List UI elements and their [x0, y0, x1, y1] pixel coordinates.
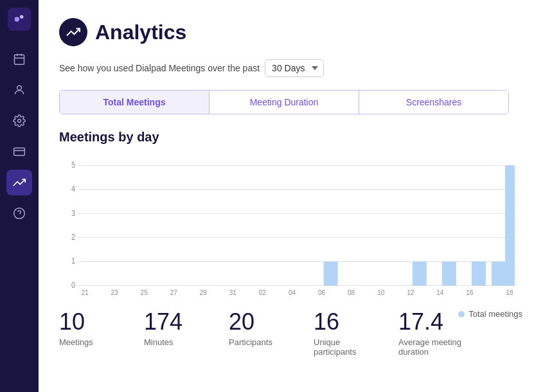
svg-text:14: 14 [436, 288, 443, 296]
svg-text:06: 06 [318, 288, 325, 296]
svg-text:31: 31 [229, 288, 236, 296]
sidebar-item-analytics[interactable] [6, 170, 32, 195]
stat-avg-duration: 17.4 Average meetingduration [398, 309, 463, 357]
bar-18a [492, 262, 506, 285]
sidebar-item-billing[interactable] [6, 139, 32, 165]
main-content: Analytics See how you used Dialpad Meeti… [39, 0, 543, 392]
svg-text:02: 02 [259, 288, 266, 296]
filter-description: See how you used Dialpad Meetings over t… [59, 63, 260, 73]
svg-point-0 [15, 17, 19, 21]
svg-text:3: 3 [71, 209, 75, 217]
svg-point-6 [17, 85, 22, 90]
svg-text:27: 27 [170, 288, 177, 296]
svg-text:4: 4 [71, 185, 76, 193]
svg-text:08: 08 [348, 288, 355, 296]
period-select[interactable]: 7 Days 30 Days 90 Days [265, 59, 324, 77]
stat-participants-label: Participants [229, 337, 272, 347]
stat-participants-value: 20 [229, 309, 254, 335]
svg-point-10 [14, 208, 25, 219]
tab-meeting-duration[interactable]: Meeting Duration [209, 91, 359, 114]
stat-unique-label: Uniqueparticipants [314, 337, 356, 357]
svg-text:16: 16 [466, 288, 473, 296]
filter-bar: See how you used Dialpad Meetings over t… [59, 59, 522, 77]
tab-total-meetings[interactable]: Total Meetings [60, 91, 209, 114]
svg-text:0: 0 [71, 281, 75, 289]
chart-legend: Total meetings [458, 309, 522, 319]
svg-text:29: 29 [200, 288, 207, 296]
stat-minutes-label: Minutes [144, 337, 174, 347]
svg-text:04: 04 [289, 288, 296, 296]
stat-participants: 20 Participants [229, 309, 293, 347]
bar-18b [505, 166, 515, 286]
stat-minutes-value: 174 [144, 309, 182, 335]
svg-text:12: 12 [407, 288, 414, 296]
bar-chart: 0 1 2 3 4 5 21 23 25 27 29 [59, 155, 522, 296]
sidebar-item-help[interactable] [6, 200, 32, 226]
chart-section-title: Meetings by day [59, 130, 522, 145]
svg-point-1 [20, 15, 23, 19]
bar-12 [413, 262, 427, 285]
svg-text:10: 10 [377, 288, 384, 296]
chart-container: 0 1 2 3 4 5 21 23 25 27 29 [59, 155, 522, 296]
svg-text:21: 21 [81, 288, 88, 296]
svg-text:25: 25 [141, 288, 148, 296]
sidebar-item-calendar[interactable] [6, 46, 32, 72]
stat-minutes: 174 Minutes [144, 309, 208, 347]
stat-unique-participants: 16 Uniqueparticipants [314, 309, 378, 357]
bar-14 [442, 262, 456, 285]
stat-meetings-label: Meetings [59, 337, 93, 347]
bar-06 [324, 262, 338, 285]
svg-text:5: 5 [71, 161, 75, 169]
page-title: Analytics [95, 21, 186, 44]
svg-text:18: 18 [506, 288, 513, 296]
svg-text:23: 23 [111, 288, 118, 296]
svg-rect-8 [14, 148, 25, 156]
stat-avg-value: 17.4 [398, 309, 443, 335]
legend-label: Total meetings [468, 309, 522, 319]
tabs-container: Total Meetings Meeting Duration Screensh… [59, 90, 509, 114]
stat-meetings-value: 10 [59, 309, 85, 335]
stat-unique-value: 16 [314, 309, 339, 335]
sidebar-item-contacts[interactable] [6, 77, 32, 103]
bar-16 [472, 262, 486, 285]
analytics-header-icon [59, 18, 87, 46]
tab-screenshares[interactable]: Screenshares [359, 91, 508, 114]
page-header: Analytics [59, 18, 522, 46]
app-logo [8, 8, 31, 31]
svg-text:2: 2 [71, 233, 75, 242]
legend-dot [458, 311, 465, 317]
svg-point-7 [18, 120, 21, 123]
sidebar [0, 0, 39, 392]
stats-row: 10 Meetings 174 Minutes 20 Participants … [59, 309, 522, 357]
stat-meetings: 10 Meetings [59, 309, 123, 347]
stat-avg-label: Average meetingduration [398, 337, 461, 357]
svg-text:1: 1 [71, 257, 75, 265]
svg-rect-2 [15, 55, 24, 64]
sidebar-item-settings[interactable] [6, 108, 32, 134]
